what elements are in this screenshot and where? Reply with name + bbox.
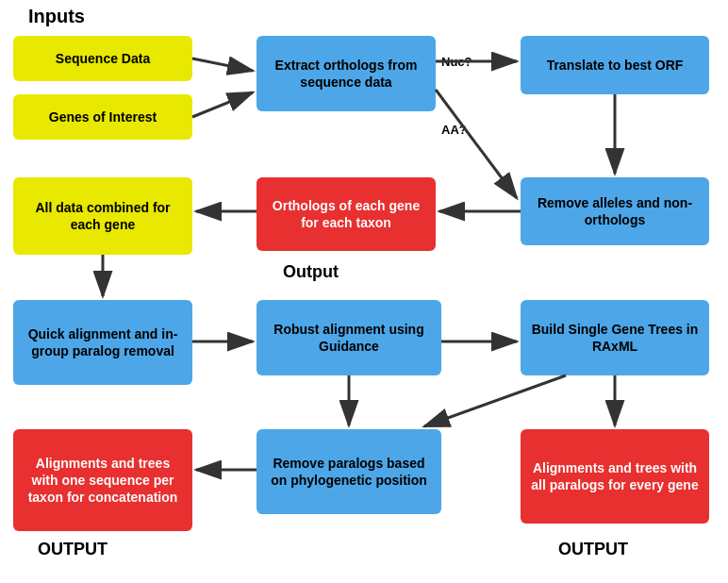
alignments-all-paralogs-box: Alignments and trees with all paralogs f… — [521, 429, 709, 524]
output-label-2: OUTPUT — [38, 540, 108, 559]
all-data-combined-box: All data combined for each gene — [13, 177, 192, 255]
svg-line-3 — [192, 92, 253, 117]
svg-line-5 — [436, 90, 517, 198]
aa-label: AA? — [441, 123, 467, 137]
nuc-label: Nuc? — [441, 55, 472, 69]
diagram: Inputs Sequence Data Genes of Interest E… — [0, 0, 728, 583]
svg-line-2 — [192, 58, 253, 71]
inputs-label: Inputs — [28, 6, 85, 27]
extract-orthologs-box: Extract orthologs from sequence data — [256, 36, 436, 111]
quick-alignment-box: Quick alignment and in-group paralog rem… — [13, 300, 192, 385]
remove-paralogs-box: Remove paralogs based on phylogenetic po… — [256, 429, 441, 514]
orthologs-each-gene-box: Orthologs of each gene for each taxon — [256, 177, 436, 251]
output-label-1: Output — [283, 262, 339, 282]
sequence-data-box: Sequence Data — [13, 36, 192, 81]
alignments-paralogs-removed-box: Alignments and trees with one sequence p… — [13, 429, 192, 531]
remove-alleles-box: Remove alleles and non-orthologs — [521, 177, 709, 245]
genes-of-interest-box: Genes of Interest — [13, 94, 192, 140]
robust-alignment-box: Robust alignment using Guidance — [256, 300, 441, 375]
svg-line-12 — [424, 375, 566, 426]
build-single-gene-box: Build Single Gene Trees in RAxML — [521, 300, 709, 375]
output-label-3: OUTPUT — [558, 540, 628, 559]
translate-orf-box: Translate to best ORF — [521, 36, 709, 94]
